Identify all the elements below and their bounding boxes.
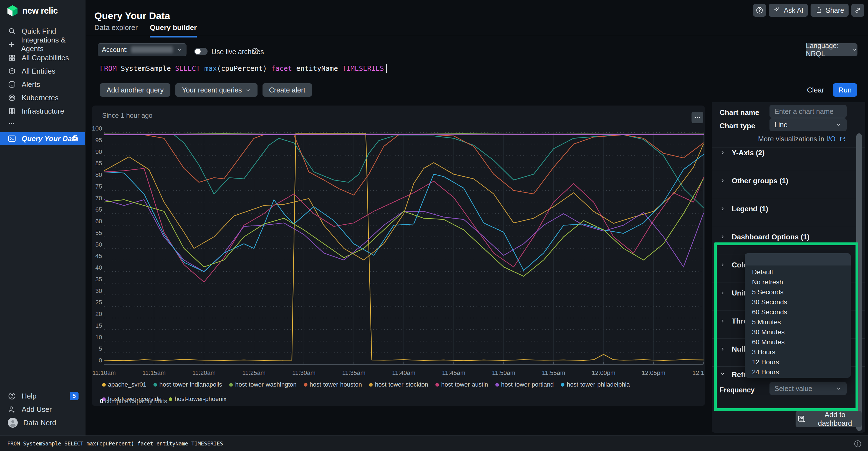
sidebar-item-integrations-agents[interactable]: Integrations & Agents	[0, 38, 85, 51]
legend-item[interactable]: host-tower-houston	[304, 381, 362, 388]
legend-color-dot	[435, 383, 439, 387]
new-relic-app: new relic Quick FindIntegrations & Agent…	[0, 0, 868, 451]
section-y-axis-2[interactable]: Y-Axis (2)	[712, 147, 865, 175]
chevron-down-icon	[836, 122, 842, 128]
sidebar-item-help[interactable]: Help5	[0, 389, 85, 403]
chart-type-select[interactable]: Line	[770, 118, 847, 131]
info-icon[interactable]	[251, 47, 259, 55]
avatar	[8, 418, 18, 428]
dropdown-option[interactable]: No refresh	[745, 277, 851, 287]
live-archives-toggle[interactable]	[194, 48, 208, 55]
chevron-right-icon	[719, 206, 726, 212]
svg-text:20: 20	[95, 310, 102, 317]
chevron-down-icon	[836, 386, 842, 392]
question-icon	[8, 392, 16, 400]
header-actions: Ask AI Share	[753, 4, 864, 17]
sidebar-item-infrastructure[interactable]: Infrastructure	[0, 105, 85, 118]
ask-ai-label: Ask AI	[784, 6, 803, 15]
add-another-query-button[interactable]: Add another query	[100, 83, 170, 96]
chevron-down-icon	[852, 47, 858, 53]
legend-item[interactable]: host-tower-philadelphia	[561, 381, 630, 388]
io-link[interactable]: I/O	[826, 135, 836, 143]
legend-label: host-tower-washington	[235, 381, 297, 388]
svg-text:11:15am: 11:15am	[142, 369, 166, 376]
query-token: (cpuPercent)	[217, 64, 271, 73]
legend-item[interactable]: host-tower-phoenix	[169, 395, 226, 403]
svg-text:0: 0	[99, 357, 102, 364]
svg-text:55: 55	[95, 229, 102, 236]
external-link-icon[interactable]	[839, 136, 846, 142]
pin-icon[interactable]	[71, 134, 79, 142]
sidebar-item-label: Kubernetes	[22, 93, 59, 102]
legend-item[interactable]: host-tower-stockton	[369, 381, 428, 388]
chart-name-label: Chart name	[719, 108, 759, 117]
nrql-query-input[interactable]: FROM SystemSample SELECT max(cpuPercent)…	[100, 64, 387, 73]
hex-icon	[8, 67, 16, 75]
legend-label: apache_svr01	[108, 381, 146, 388]
chart-type-value: Line	[774, 121, 787, 129]
scrollbar-thumb[interactable]	[856, 133, 862, 431]
legend-item[interactable]: host-tower-indianapolis	[153, 381, 222, 388]
svg-text:5: 5	[99, 345, 102, 352]
dropdown-option[interactable]: 60 Seconds	[745, 307, 851, 317]
settings-scrollbar[interactable]	[856, 133, 862, 431]
legend-item[interactable]: host-tower-austin	[435, 381, 488, 388]
section-legend-1[interactable]: Legend (1)	[712, 203, 865, 232]
dots-icon	[8, 119, 16, 128]
tab-query-builder[interactable]: Query builder	[150, 23, 197, 37]
share-button[interactable]: Share	[811, 4, 848, 17]
create-alert-button[interactable]: Create alert	[262, 83, 312, 96]
sidebar-item-all-capabilities[interactable]: All Capabilities	[0, 51, 85, 64]
legend-label: host-tower-indianapolis	[159, 381, 222, 388]
account-select[interactable]: Account:	[98, 43, 186, 56]
query-token: SystemSample	[121, 64, 175, 73]
legend-item[interactable]: host-tower-portland	[495, 381, 554, 388]
sidebar-item-all-entities[interactable]: All Entities	[0, 64, 85, 78]
sidebar-item-alerts[interactable]: Alerts	[0, 78, 85, 91]
frequency-select[interactable]: Select value	[770, 382, 847, 395]
k8s-icon	[8, 93, 16, 102]
section-other-groups-1[interactable]: Other groups (1)	[712, 175, 865, 203]
frequency-label: Frequency	[719, 386, 754, 394]
new-relic-logo-icon	[6, 4, 19, 17]
svg-text:50: 50	[95, 241, 102, 248]
recent-queries-button[interactable]: Your recent queries	[175, 83, 257, 96]
sidebar-item-label: Infrastructure	[22, 107, 64, 115]
add-to-dashboard-button[interactable]: Add to dashboard	[796, 411, 862, 427]
sidebar-item-add-user[interactable]: Add User	[0, 403, 85, 416]
dropdown-option[interactable]: 5 Minutes	[745, 317, 851, 327]
dropdown-option[interactable]: 5 Seconds	[745, 287, 851, 297]
sidebar-item-query-your-data[interactable]: Query Your Data	[0, 132, 85, 145]
dropdown-option[interactable]: 30 Seconds	[745, 297, 851, 307]
chart-name-input[interactable]	[770, 105, 847, 118]
new-relic-logo[interactable]: new relic	[6, 4, 58, 17]
legend-item[interactable]: host-tower-washington	[229, 381, 297, 388]
dropdown-option[interactable]: 30 Minutes	[745, 327, 851, 337]
logo-text: new relic	[22, 6, 58, 16]
dropdown-option[interactable]: 24 Hours	[745, 367, 851, 377]
sidebar-item-kubernetes[interactable]: Kubernetes	[0, 91, 85, 105]
legend-label: host-tower-houston	[310, 381, 362, 388]
tab-data-explorer[interactable]: Data explorer	[94, 23, 137, 37]
sidebar-item-more[interactable]	[0, 118, 85, 130]
language-select[interactable]: Language: NRQL	[806, 43, 858, 56]
ask-ai-button[interactable]: Ask AI	[769, 4, 808, 17]
sidebar-item-data-nerd[interactable]: Data Nerd	[0, 416, 85, 429]
text-caret	[386, 64, 387, 73]
dropdown-option[interactable]: Default	[745, 267, 851, 277]
run-button[interactable]: Run	[833, 83, 857, 96]
help-button[interactable]	[753, 4, 766, 17]
svg-text:65: 65	[95, 206, 102, 213]
info-icon[interactable]	[854, 440, 862, 448]
dropdown-option[interactable]: 12 Hours	[745, 357, 851, 367]
clear-button[interactable]: Clear	[804, 83, 827, 96]
dropdown-option[interactable]: 3 Hours	[745, 347, 851, 357]
svg-text:11:50am: 11:50am	[492, 369, 515, 376]
link-icon	[854, 6, 862, 14]
svg-text:80: 80	[95, 171, 102, 178]
legend-label: host-tower-portland	[501, 381, 554, 388]
copy-link-button[interactable]	[851, 4, 864, 17]
legend-item[interactable]: apache_svr01	[102, 381, 146, 388]
sidebar-item-label: Quick Find	[22, 27, 56, 35]
dropdown-option[interactable]: 60 Minutes	[745, 337, 851, 347]
